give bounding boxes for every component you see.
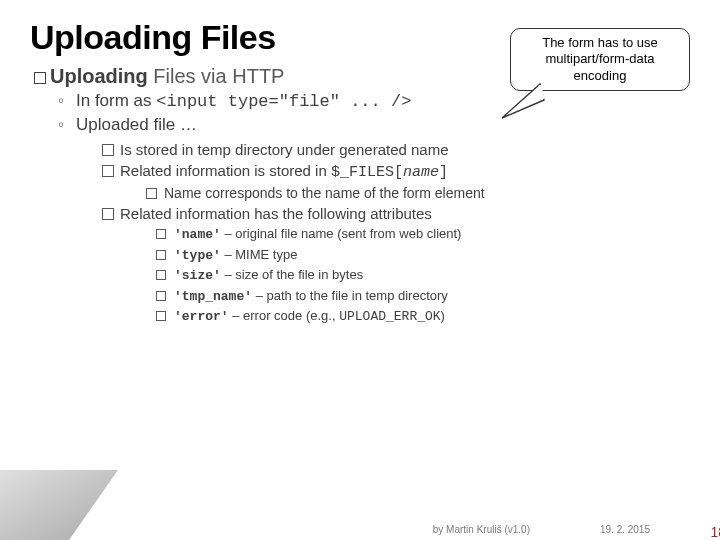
attr-desc: – error code (e.g.,: [229, 308, 340, 323]
code: UPLOAD_ERR_OK: [339, 309, 440, 324]
attr-key: 'tmp_name': [174, 289, 252, 304]
attr-desc: – MIME type: [221, 247, 298, 262]
list-item: Uploaded file … Is stored in temp direct…: [58, 114, 690, 327]
list-item: Name corresponds to the name of the form…: [146, 183, 690, 203]
list-item: 'name' – original file name (sent from w…: [156, 224, 690, 245]
code: <input type="file" ... />: [156, 92, 411, 111]
list-item: 'type' – MIME type: [156, 245, 690, 266]
slide: Uploading Files The form has to use mult…: [0, 0, 720, 540]
attr-desc: – path to the file in temp directory: [252, 288, 448, 303]
list-item: Related information has the following at…: [102, 203, 690, 327]
list-item: In form as <input type="file" ... />: [58, 90, 690, 114]
list-item: 'error' – error code (e.g., UPLOAD_ERR_O…: [156, 306, 690, 327]
list-item: 'tmp_name' – path to the file in temp di…: [156, 286, 690, 307]
code: $_FILES[: [331, 164, 403, 181]
attr-key: 'error': [174, 309, 229, 324]
attr-key: 'type': [174, 248, 221, 263]
footer-date: 19. 2. 2015: [600, 524, 650, 535]
subtitle-prefix: Uploading: [50, 65, 148, 87]
list-item: Related information is stored in $_FILES…: [102, 160, 690, 203]
text: Related information has the following at…: [120, 205, 432, 222]
attr-key: 'name': [174, 227, 221, 242]
list-item: Is stored in temp directory under genera…: [102, 139, 690, 160]
footer-author: by Martin Kruliš (v1.0): [433, 524, 530, 535]
subtitle-rest: Files via HTTP: [148, 65, 285, 87]
text: Related information is stored in: [120, 162, 331, 179]
attr-key: 'size': [174, 268, 221, 283]
list-item: 'size' – size of the file in bytes: [156, 265, 690, 286]
page-number: 18: [710, 524, 720, 540]
list-level2: In form as <input type="file" ... /> Upl…: [58, 90, 690, 327]
code: ]: [439, 164, 448, 181]
text: Uploaded file …: [76, 115, 197, 134]
bullet-icon: [34, 72, 46, 84]
accent-decoration: [0, 470, 118, 540]
attr-desc: – size of the file in bytes: [221, 267, 363, 282]
list-level4: Name corresponds to the name of the form…: [146, 183, 690, 203]
code-arg: name: [403, 164, 439, 181]
text: In form as: [76, 91, 156, 110]
attr-desc: ): [441, 308, 445, 323]
list-level3: Is stored in temp directory under genera…: [102, 139, 690, 327]
list-level5: 'name' – original file name (sent from w…: [156, 224, 690, 327]
attr-desc: – original file name (sent from web clie…: [221, 226, 462, 241]
